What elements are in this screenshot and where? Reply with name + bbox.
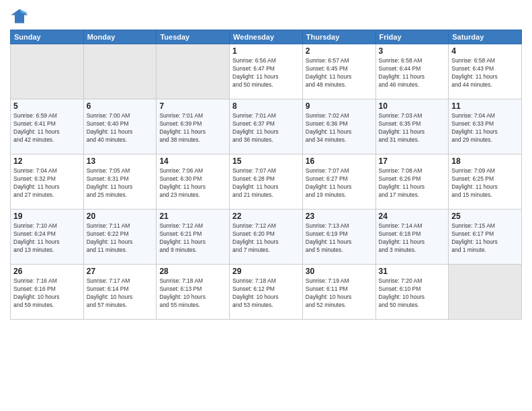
calendar-cell: 8Sunrise: 7:01 AM Sunset: 6:37 PM Daylig… [230, 99, 303, 154]
day-info: Sunrise: 7:01 AM Sunset: 6:37 PM Dayligh… [232, 112, 300, 144]
calendar-cell: 14Sunrise: 7:06 AM Sunset: 6:30 PM Dayli… [157, 154, 230, 210]
day-number: 14 [159, 156, 226, 166]
week-row-4: 19Sunrise: 7:10 AM Sunset: 6:24 PM Dayli… [11, 210, 522, 265]
day-info: Sunrise: 7:18 AM Sunset: 6:12 PM Dayligh… [232, 277, 300, 310]
day-info: Sunrise: 7:09 AM Sunset: 6:25 PM Dayligh… [451, 167, 519, 199]
week-row-3: 12Sunrise: 7:04 AM Sunset: 6:32 PM Dayli… [11, 154, 522, 210]
day-number: 22 [232, 212, 300, 221]
day-info: Sunrise: 7:05 AM Sunset: 6:31 PM Dayligh… [87, 167, 154, 199]
day-info: Sunrise: 6:57 AM Sunset: 6:45 PM Dayligh… [306, 57, 373, 89]
day-number: 2 [306, 46, 373, 56]
logo-icon [10, 7, 29, 26]
day-info: Sunrise: 6:56 AM Sunset: 6:47 PM Dayligh… [232, 57, 300, 89]
calendar-cell: 6Sunrise: 7:00 AM Sunset: 6:40 PM Daylig… [83, 99, 157, 154]
day-number: 23 [306, 212, 373, 221]
day-info: Sunrise: 7:07 AM Sunset: 6:27 PM Dayligh… [306, 167, 373, 199]
weekday-header-friday: Friday [375, 30, 449, 44]
calendar-cell: 9Sunrise: 7:02 AM Sunset: 6:36 PM Daylig… [302, 99, 375, 154]
calendar-cell: 16Sunrise: 7:07 AM Sunset: 6:27 PM Dayli… [302, 154, 375, 210]
day-info: Sunrise: 7:06 AM Sunset: 6:30 PM Dayligh… [159, 167, 226, 199]
day-info: Sunrise: 6:58 AM Sunset: 6:43 PM Dayligh… [451, 57, 519, 89]
day-info: Sunrise: 7:08 AM Sunset: 6:26 PM Dayligh… [379, 167, 446, 199]
day-info: Sunrise: 7:04 AM Sunset: 6:32 PM Dayligh… [13, 167, 81, 199]
day-number: 8 [232, 101, 300, 111]
weekday-header-tuesday: Tuesday [157, 30, 230, 44]
day-number: 20 [87, 212, 154, 221]
day-info: Sunrise: 6:58 AM Sunset: 6:44 PM Dayligh… [379, 57, 446, 89]
day-number: 16 [306, 156, 373, 166]
day-info: Sunrise: 7:18 AM Sunset: 6:13 PM Dayligh… [159, 277, 226, 310]
calendar-page: SundayMondayTuesdayWednesdayThursdayFrid… [0, 0, 532, 411]
calendar-cell: 2Sunrise: 6:57 AM Sunset: 6:45 PM Daylig… [302, 44, 375, 99]
weekday-header-thursday: Thursday [302, 30, 375, 44]
day-info: Sunrise: 6:59 AM Sunset: 6:41 PM Dayligh… [13, 112, 81, 144]
weekday-header-monday: Monday [83, 30, 157, 44]
calendar-cell: 23Sunrise: 7:13 AM Sunset: 6:19 PM Dayli… [302, 210, 375, 265]
calendar-cell: 18Sunrise: 7:09 AM Sunset: 6:25 PM Dayli… [449, 154, 522, 210]
day-info: Sunrise: 7:10 AM Sunset: 6:24 PM Dayligh… [13, 222, 81, 255]
day-number: 31 [379, 267, 446, 276]
calendar-cell: 17Sunrise: 7:08 AM Sunset: 6:26 PM Dayli… [375, 154, 449, 210]
day-number: 10 [379, 101, 446, 111]
calendar-cell: 20Sunrise: 7:11 AM Sunset: 6:22 PM Dayli… [83, 210, 157, 265]
day-number: 13 [87, 156, 154, 166]
day-info: Sunrise: 7:02 AM Sunset: 6:36 PM Dayligh… [306, 112, 373, 144]
calendar-cell: 25Sunrise: 7:15 AM Sunset: 6:17 PM Dayli… [449, 210, 522, 265]
day-number: 25 [451, 212, 519, 221]
calendar-cell: 12Sunrise: 7:04 AM Sunset: 6:32 PM Dayli… [11, 154, 84, 210]
calendar-cell: 30Sunrise: 7:19 AM Sunset: 6:11 PM Dayli… [302, 265, 375, 320]
svg-marker-0 [11, 9, 28, 24]
day-info: Sunrise: 7:13 AM Sunset: 6:19 PM Dayligh… [306, 222, 373, 255]
week-row-5: 26Sunrise: 7:16 AM Sunset: 6:16 PM Dayli… [11, 265, 522, 320]
calendar-cell: 24Sunrise: 7:14 AM Sunset: 6:18 PM Dayli… [375, 210, 449, 265]
calendar-cell: 29Sunrise: 7:18 AM Sunset: 6:12 PM Dayli… [230, 265, 303, 320]
day-info: Sunrise: 7:07 AM Sunset: 6:28 PM Dayligh… [232, 167, 300, 199]
day-info: Sunrise: 7:12 AM Sunset: 6:21 PM Dayligh… [159, 222, 226, 255]
calendar-cell: 13Sunrise: 7:05 AM Sunset: 6:31 PM Dayli… [83, 154, 157, 210]
day-number: 6 [87, 101, 154, 111]
day-number: 11 [451, 101, 519, 111]
calendar-cell [83, 44, 157, 99]
logo [10, 7, 32, 26]
day-info: Sunrise: 7:04 AM Sunset: 6:33 PM Dayligh… [451, 112, 519, 144]
day-number: 28 [159, 267, 226, 276]
day-number: 15 [232, 156, 300, 166]
day-info: Sunrise: 7:16 AM Sunset: 6:16 PM Dayligh… [13, 277, 81, 310]
day-number: 5 [13, 101, 81, 111]
calendar-cell: 21Sunrise: 7:12 AM Sunset: 6:21 PM Dayli… [157, 210, 230, 265]
week-row-2: 5Sunrise: 6:59 AM Sunset: 6:41 PM Daylig… [11, 99, 522, 154]
day-number: 29 [232, 267, 300, 276]
calendar-cell: 7Sunrise: 7:01 AM Sunset: 6:39 PM Daylig… [157, 99, 230, 154]
day-info: Sunrise: 7:01 AM Sunset: 6:39 PM Dayligh… [159, 112, 226, 144]
calendar-cell: 4Sunrise: 6:58 AM Sunset: 6:43 PM Daylig… [449, 44, 522, 99]
day-number: 12 [13, 156, 81, 166]
calendar-cell: 31Sunrise: 7:20 AM Sunset: 6:10 PM Dayli… [375, 265, 449, 320]
day-number: 3 [379, 46, 446, 56]
weekday-header-saturday: Saturday [449, 30, 522, 44]
day-info: Sunrise: 7:00 AM Sunset: 6:40 PM Dayligh… [87, 112, 154, 144]
calendar-cell [449, 265, 522, 320]
calendar-cell: 10Sunrise: 7:03 AM Sunset: 6:35 PM Dayli… [375, 99, 449, 154]
calendar-cell: 3Sunrise: 6:58 AM Sunset: 6:44 PM Daylig… [375, 44, 449, 99]
day-number: 4 [451, 46, 519, 56]
day-info: Sunrise: 7:14 AM Sunset: 6:18 PM Dayligh… [379, 222, 446, 255]
calendar-cell: 28Sunrise: 7:18 AM Sunset: 6:13 PM Dayli… [157, 265, 230, 320]
calendar-cell: 1Sunrise: 6:56 AM Sunset: 6:47 PM Daylig… [230, 44, 303, 99]
calendar-cell: 19Sunrise: 7:10 AM Sunset: 6:24 PM Dayli… [11, 210, 84, 265]
day-info: Sunrise: 7:20 AM Sunset: 6:10 PM Dayligh… [379, 277, 446, 310]
weekday-header-row: SundayMondayTuesdayWednesdayThursdayFrid… [11, 30, 522, 44]
calendar-cell: 27Sunrise: 7:17 AM Sunset: 6:14 PM Dayli… [83, 265, 157, 320]
calendar-cell: 22Sunrise: 7:12 AM Sunset: 6:20 PM Dayli… [230, 210, 303, 265]
day-number: 24 [379, 212, 446, 221]
calendar-cell [11, 44, 84, 99]
calendar-cell [157, 44, 230, 99]
calendar-table: SundayMondayTuesdayWednesdayThursdayFrid… [10, 30, 522, 320]
weekday-header-sunday: Sunday [11, 30, 84, 44]
day-info: Sunrise: 7:15 AM Sunset: 6:17 PM Dayligh… [451, 222, 519, 255]
calendar-cell: 5Sunrise: 6:59 AM Sunset: 6:41 PM Daylig… [11, 99, 84, 154]
day-info: Sunrise: 7:11 AM Sunset: 6:22 PM Dayligh… [87, 222, 154, 255]
day-info: Sunrise: 7:12 AM Sunset: 6:20 PM Dayligh… [232, 222, 300, 255]
day-number: 18 [451, 156, 519, 166]
day-number: 17 [379, 156, 446, 166]
day-number: 30 [306, 267, 373, 276]
